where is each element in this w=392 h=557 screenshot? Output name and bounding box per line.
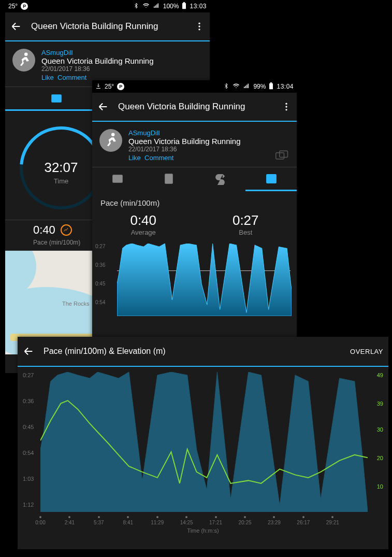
x-tick-label: 26:17 xyxy=(297,520,310,525)
time-ring: 32:07 Time xyxy=(20,126,103,209)
battery-icon xyxy=(269,82,273,91)
activity-date: 22/01/2017 18:36 xyxy=(128,146,241,153)
x-tick-dot xyxy=(244,516,246,518)
x-tick-dot xyxy=(68,516,70,518)
bluetooth-icon xyxy=(223,82,229,91)
y-right-tick: 49 xyxy=(377,372,383,378)
activity-title: Queen Victoria Building Running xyxy=(41,56,154,65)
like-link[interactable]: Like xyxy=(128,154,141,162)
svg-rect-0 xyxy=(182,3,186,8)
y-left-tick: 0:54 xyxy=(23,450,34,456)
y-right-tick: 10 xyxy=(377,483,383,490)
time-label: Time xyxy=(23,177,99,185)
x-tick-dot xyxy=(215,516,217,518)
pace-section-title: Pace (min/100m) xyxy=(92,191,297,210)
y-left-tick: 0:36 xyxy=(23,398,34,404)
pace-avg-value: 0:40 xyxy=(130,212,156,228)
tab-details[interactable] xyxy=(143,167,195,191)
temperature: 25° xyxy=(8,3,18,10)
overlay-button[interactable]: OVERLAY xyxy=(350,348,383,355)
map-place-label: The Rocks xyxy=(62,301,90,307)
battery-percent: 99% xyxy=(253,83,266,90)
pace-mini-chart[interactable]: 0:27 0:36 0:45 0:54 xyxy=(92,244,297,316)
pace-stats: 0:40 Average 0:27 Best xyxy=(92,210,297,244)
app-bar: Queen Victoria Building Running xyxy=(92,93,297,121)
page-title: Queen Victoria Building Running xyxy=(31,21,185,32)
x-tick-label: 2:41 xyxy=(65,520,75,525)
x-axis-title: Time (h:m:s) xyxy=(23,527,383,534)
more-icon[interactable] xyxy=(281,102,292,112)
comment-link[interactable]: Comment xyxy=(144,154,173,162)
share-icon[interactable] xyxy=(275,149,289,164)
p-badge-icon: P xyxy=(21,3,28,10)
back-icon[interactable] xyxy=(23,346,34,357)
x-tick-label: 17:21 xyxy=(209,520,222,525)
pace-value: 0:40 xyxy=(33,223,55,237)
x-tick-label: 11:29 xyxy=(151,520,164,525)
x-tick-label: 29:21 xyxy=(326,520,339,525)
svg-point-3 xyxy=(198,25,200,27)
y-right-tick: 39 xyxy=(377,401,383,407)
avatar[interactable] xyxy=(99,129,122,152)
svg-point-10 xyxy=(285,103,287,105)
tab-charts[interactable] xyxy=(245,167,297,191)
y-tick: 0:36 xyxy=(95,262,105,268)
wifi-icon xyxy=(233,83,240,91)
signal-icon xyxy=(153,3,160,10)
page-title: Pace (min/100m) & Elevation (m) xyxy=(43,347,341,356)
svg-point-2 xyxy=(198,23,200,24)
bluetooth-icon xyxy=(133,2,139,11)
svg-point-11 xyxy=(285,106,287,107)
download-icon xyxy=(95,82,101,91)
temperature: 25° xyxy=(105,83,114,90)
more-icon[interactable] xyxy=(194,21,205,32)
page-title: Queen Victoria Building Running xyxy=(118,102,272,112)
activity-date: 22/01/2017 18:36 xyxy=(41,65,154,73)
clock: 13:04 xyxy=(277,83,294,90)
x-tick-dot xyxy=(331,516,333,518)
activity-post: ASmugDill Queen Victoria Building Runnin… xyxy=(92,122,297,167)
pace-best-value: 0:27 xyxy=(233,212,259,228)
svg-rect-1 xyxy=(183,2,185,3)
wifi-icon xyxy=(142,3,150,10)
like-link[interactable]: Like xyxy=(41,74,54,81)
y-tick: 0:45 xyxy=(95,281,105,287)
back-icon[interactable] xyxy=(97,101,109,112)
accent-divider xyxy=(18,366,388,367)
y-left-tick: 1:03 xyxy=(23,476,34,482)
x-tick-label: 20:25 xyxy=(238,520,251,525)
username[interactable]: ASmugDill xyxy=(41,49,154,56)
app-bar: Pace (min/100m) & Elevation (m) OVERLAY xyxy=(18,337,388,366)
y-left-tick: 0:27 xyxy=(23,372,34,378)
app-bar: Queen Victoria Building Running xyxy=(5,12,210,40)
pace-trend-icon xyxy=(61,224,72,236)
tab-laps[interactable] xyxy=(195,167,246,191)
signal-icon xyxy=(243,83,250,91)
tabs xyxy=(92,167,297,191)
x-tick-dot xyxy=(273,516,275,518)
x-tick-dot xyxy=(98,516,100,518)
comment-link[interactable]: Comment xyxy=(57,74,86,81)
y-left-tick: 1:12 xyxy=(23,502,34,508)
tab-summary[interactable] xyxy=(92,167,143,191)
svg-point-4 xyxy=(198,28,200,30)
status-bar: 25° P 100% 13:03 xyxy=(5,0,210,12)
username[interactable]: ASmugDill xyxy=(128,129,241,137)
avatar[interactable] xyxy=(12,49,35,72)
svg-rect-15 xyxy=(280,151,288,157)
y-right-tick: 20 xyxy=(377,455,383,461)
y-right-tick: 30 xyxy=(377,426,383,433)
x-tick-dot xyxy=(127,516,129,518)
pace-elevation-chart[interactable]: 0:27 0:36 0:45 0:54 1:03 1:12 49 39 30 2… xyxy=(23,372,383,533)
p-badge-icon: P xyxy=(117,83,124,90)
svg-rect-8 xyxy=(269,83,273,89)
status-bar: 25° P 99% 13:04 xyxy=(92,80,297,93)
time-value: 32:07 xyxy=(23,160,99,176)
back-icon[interactable] xyxy=(10,21,22,32)
x-tick-label: 8:41 xyxy=(123,520,133,525)
y-tick: 0:54 xyxy=(95,299,105,305)
battery-icon xyxy=(182,2,186,11)
x-tick-label: 14:25 xyxy=(180,520,193,525)
svg-point-12 xyxy=(285,109,287,110)
y-left-tick: 0:45 xyxy=(23,424,34,430)
